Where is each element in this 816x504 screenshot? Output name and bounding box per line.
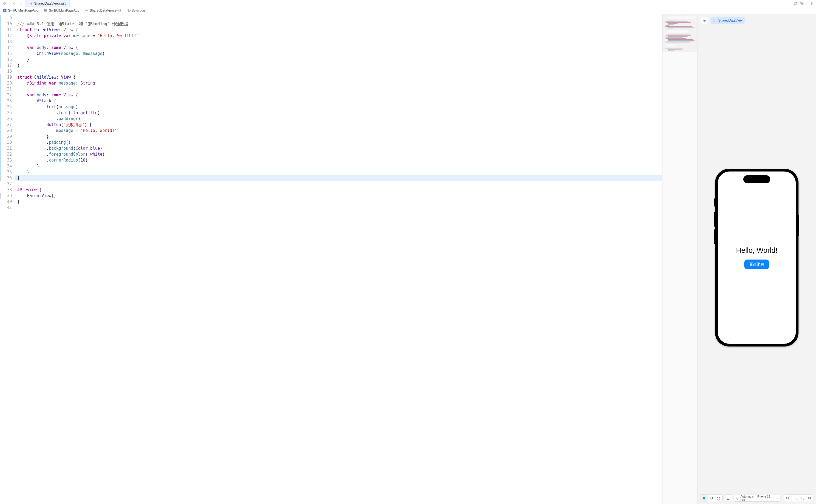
device-selector[interactable]: Automatic – iPhone 15 Pro <box>734 495 781 502</box>
swift-icon <box>85 9 88 12</box>
svg-line-24 <box>796 499 796 499</box>
preview-chip[interactable]: SharedDataView <box>710 17 745 24</box>
svg-rect-16 <box>719 499 720 499</box>
zoom-actual-button[interactable]: 1 <box>798 495 806 502</box>
phone-frame: Hello, World! 更改消息 <box>715 169 798 347</box>
line-number: 14 <box>1 45 12 51</box>
line-number: 21 <box>1 86 12 92</box>
selectable-preview-button[interactable] <box>708 495 715 502</box>
code-line[interactable]: } <box>17 199 660 205</box>
main-split: 9101112131415161718192021222324252627282… <box>0 14 816 504</box>
code-line[interactable]: /// ### 3.1 使用 `@State` 和 `@Binding` 传递数… <box>17 21 660 27</box>
preview-chip-label: SharedDataView <box>718 19 742 22</box>
line-number: 39 <box>1 193 12 199</box>
tab-bar-right-controls <box>791 0 816 7</box>
tab-bar-left-controls <box>0 0 25 7</box>
breadcrumb-folder[interactable]: SwiftUIMultiPageApp <box>49 9 79 12</box>
line-number: 29 <box>1 134 12 139</box>
code-line[interactable]: VStack { <box>17 98 660 104</box>
nav-forward-icon[interactable] <box>18 1 23 6</box>
code-line[interactable]: Button("更改消息") { <box>17 122 660 128</box>
line-number: 18 <box>1 68 12 74</box>
variants-preview-button[interactable] <box>715 495 722 502</box>
preview-mode-group <box>700 494 723 502</box>
code-line[interactable]: .font(.largeTitle) <box>17 110 660 116</box>
line-number: 40 <box>1 199 12 205</box>
add-editor-icon[interactable] <box>809 1 814 6</box>
minimap[interactable] <box>662 14 697 504</box>
zoom-in-button[interactable] <box>806 495 813 502</box>
code-line[interactable]: .foregroundColor(.white) <box>17 151 660 157</box>
code-line[interactable]: } <box>17 134 660 139</box>
line-number: 16 <box>1 57 12 62</box>
svg-rect-19 <box>737 497 738 499</box>
code-line[interactable]: var body: some View { <box>17 92 660 98</box>
code-line[interactable]: } <box>17 62 660 68</box>
line-number: 13 <box>1 39 12 45</box>
code-line[interactable]: .background(Color.blue) <box>17 145 660 151</box>
device-settings-button[interactable] <box>724 494 732 502</box>
chevron-right-icon: › <box>81 9 82 12</box>
phone-volume-up <box>714 212 715 227</box>
code-line[interactable]: .cornerRadius(10) <box>17 157 660 163</box>
code-editor[interactable]: /// ### 3.1 使用 `@State` 和 `@Binding` 传递数… <box>15 14 662 504</box>
code-line[interactable]: Text(message) <box>17 104 660 110</box>
line-number: 23 <box>1 98 12 104</box>
line-number: 36 <box>1 175 12 181</box>
svg-line-21 <box>788 499 789 499</box>
chevron-down-icon <box>776 497 778 499</box>
related-items-icon[interactable] <box>2 1 7 6</box>
code-line[interactable] <box>17 39 660 45</box>
folder-icon <box>44 9 47 12</box>
code-line[interactable] <box>17 15 660 21</box>
svg-rect-10 <box>714 21 715 22</box>
preview-chip-icon <box>713 19 717 22</box>
code-line[interactable]: } <box>17 169 660 175</box>
code-line[interactable]: #Preview { <box>17 187 660 193</box>
code-line[interactable]: } <box>17 163 660 169</box>
pin-preview-button[interactable] <box>701 17 708 24</box>
svg-text:1: 1 <box>802 497 803 499</box>
breadcrumb-app[interactable]: SwiftUIMultiPageApp <box>8 9 39 12</box>
code-line[interactable] <box>17 205 660 211</box>
line-number: 32 <box>1 151 12 157</box>
code-line[interactable]: struct ChildView: View { <box>17 74 660 80</box>
svg-rect-13 <box>717 497 718 498</box>
line-number: 9 <box>1 15 12 21</box>
zoom-out-button[interactable] <box>784 495 791 502</box>
code-line[interactable] <box>17 86 660 92</box>
dynamic-island <box>743 175 770 183</box>
code-line[interactable]: .padding() <box>17 116 660 122</box>
nav-back-icon[interactable] <box>12 1 16 6</box>
code-line[interactable]: ChildView(message: $message) <box>17 51 660 57</box>
tab-title: SharedDataView.swift <box>34 2 66 5</box>
device-selector-label: Automatic – iPhone 15 Pro <box>740 495 774 501</box>
svg-rect-6 <box>803 4 804 5</box>
preview-canvas[interactable]: Hello, World! 更改消息 <box>698 26 816 492</box>
adjust-editor-icon[interactable] <box>800 1 804 6</box>
line-number: 26 <box>1 116 12 122</box>
code-line[interactable] <box>17 181 660 187</box>
code-line[interactable]: message = "Hello, World!" <box>17 128 660 134</box>
code-line[interactable]: var body: some View { <box>17 45 660 51</box>
refresh-icon[interactable] <box>793 1 798 6</box>
editor-tab[interactable]: SharedDataView.swift <box>25 0 70 7</box>
chevron-right-icon: › <box>123 9 124 12</box>
code-line[interactable] <box>17 68 660 74</box>
line-number: 17 <box>1 62 12 68</box>
svg-rect-2 <box>3 3 4 5</box>
preview-column: SharedDataView Hello, World! 更改消息 <box>698 14 816 504</box>
app-change-message-button[interactable]: 更改消息 <box>744 260 769 269</box>
code-line[interactable]: struct ParentView: View { <box>17 27 660 33</box>
line-number: 27 <box>1 122 12 128</box>
code-line[interactable]: } <box>17 57 660 62</box>
code-line[interactable]: @Binding var message: String <box>17 80 660 86</box>
code-line[interactable]: .padding() <box>17 139 660 145</box>
zoom-fit-button[interactable] <box>791 495 798 502</box>
code-line[interactable]: ParentView() <box>17 193 660 199</box>
line-number: 20 <box>1 80 12 86</box>
breadcrumb-file[interactable]: SharedDataView.swift <box>90 9 121 12</box>
live-preview-button[interactable] <box>700 495 708 502</box>
breadcrumb-selection[interactable]: No Selection <box>127 9 145 12</box>
code-line[interactable]: @State private var message = "Hello, Swi… <box>17 33 660 39</box>
